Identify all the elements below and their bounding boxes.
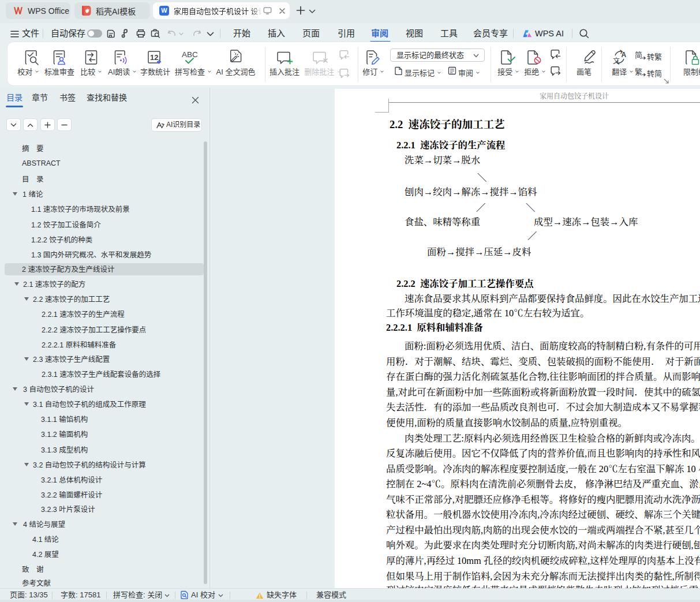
svg-text:繁: 繁 [635,68,642,76]
svg-text:ABC: ABC [182,50,198,59]
svg-text:A: A [622,51,627,59]
svg-text:简: 简 [635,51,642,59]
svg-text:文: 文 [613,57,620,65]
svg-text:12: 12 [150,53,158,62]
